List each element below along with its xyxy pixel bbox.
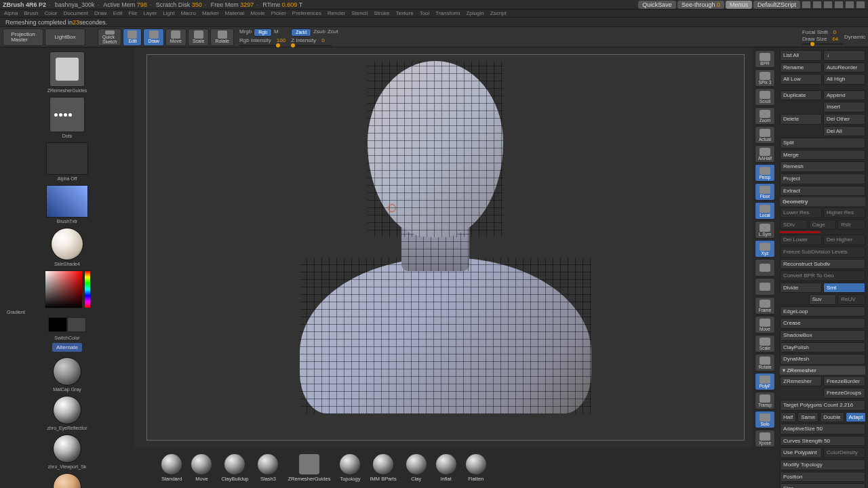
menus-button[interactable]: Menus (726, 1, 752, 9)
rstrip-zoom[interactable]: Zoom (755, 107, 775, 125)
menu-color[interactable]: Color (44, 10, 57, 16)
all-low[interactable]: All Low (780, 74, 822, 85)
duplicate[interactable]: Duplicate (780, 90, 822, 101)
mat-viewport[interactable] (53, 434, 81, 463)
brush-zremesherguides[interactable]: ZRemesherGuides (288, 454, 330, 482)
menu-preferences[interactable]: Preferences (292, 10, 321, 16)
rstrip-transp[interactable]: Transp (755, 392, 775, 409)
menu-brush[interactable]: Brush (24, 10, 38, 16)
zremesher-header[interactable]: ▾ ZRemesher (780, 366, 865, 375)
move-button[interactable]: Move (165, 28, 186, 46)
same[interactable]: Same (797, 412, 818, 423)
canvas-area[interactable]: Standard Move ClayBuildup Slash3 ZRemesh… (134, 47, 753, 488)
rgb-intensity-slider[interactable] (239, 45, 280, 46)
reconstruct-subdiv[interactable]: Reconstruct Subdiv (780, 259, 865, 270)
z-intensity-slider[interactable] (291, 45, 332, 46)
merge[interactable]: Merge (780, 150, 865, 161)
menu-stroke[interactable]: Stroke (374, 10, 389, 16)
rstrip-rotate[interactable]: Rotate (755, 354, 775, 371)
append[interactable]: Append (823, 90, 865, 101)
color-main[interactable] (48, 317, 67, 332)
rename[interactable]: Rename (780, 62, 822, 73)
brush-claybuildup[interactable]: ClayBuildup (221, 454, 248, 482)
rotate-button[interactable]: Rotate (210, 28, 234, 46)
geometry-header[interactable]: Geometry (780, 197, 865, 206)
modify-topology[interactable]: Modify Topology (780, 460, 865, 470)
home-icon[interactable] (812, 1, 822, 9)
menu-transform[interactable]: Transform (435, 10, 460, 16)
seethrough-toggle[interactable]: See-through 0 (677, 1, 724, 9)
claypolish[interactable]: ClayPolish (780, 342, 865, 353)
brush-standard[interactable]: Standard (161, 454, 182, 482)
stroke-thumbnail[interactable] (50, 97, 85, 132)
size[interactable]: Size (780, 483, 865, 488)
list-all[interactable]: List All (780, 50, 822, 61)
zscript-button[interactable]: DefaultZScript (753, 1, 800, 9)
lock-icon[interactable] (823, 1, 833, 9)
brush-slash3[interactable]: Slash3 (258, 454, 278, 482)
rstrip-solo[interactable]: Solo (755, 411, 775, 428)
remesh[interactable]: Remesh (780, 161, 865, 172)
edit-button[interactable]: Edit (123, 28, 142, 46)
close-icon[interactable] (856, 1, 865, 9)
target-poly-label[interactable]: Target Polygons Count 2.216 (780, 400, 865, 411)
menu-render[interactable]: Render (328, 10, 345, 16)
menu-movie[interactable]: Movie (250, 10, 264, 16)
rstrip-l.sym[interactable]: L.Sym (755, 221, 775, 239)
menu-zscript[interactable]: Zscript (490, 10, 507, 16)
zsub-toggle[interactable]: Zsub (313, 28, 326, 37)
autoreorder[interactable]: AutoReorder (823, 62, 865, 73)
menu-picker[interactable]: Picker (271, 10, 286, 16)
rstrip-polyf[interactable]: PolyF (755, 373, 775, 390)
zadd-toggle[interactable]: Zadd (291, 28, 311, 37)
divide[interactable]: Divide (780, 283, 822, 293)
del-all[interactable]: Del All (823, 126, 865, 137)
adapt[interactable]: Adapt (846, 412, 867, 423)
rgb-toggle[interactable]: Rgb (254, 28, 272, 37)
mat-eye[interactable] (53, 396, 81, 424)
smt-toggle[interactable]: Smt (823, 283, 865, 293)
rstrip-local[interactable]: Local (755, 202, 775, 220)
crease[interactable]: Crease (780, 318, 865, 329)
menu-file[interactable]: File (128, 10, 137, 16)
layout-icon[interactable] (802, 1, 811, 9)
suv-toggle[interactable]: Suv (809, 294, 837, 305)
color-secondary[interactable] (67, 317, 86, 332)
arrow-down-icon[interactable]: ↓ (823, 50, 865, 61)
dynamic-toggle[interactable]: Dynamic (844, 34, 865, 40)
menu-texture[interactable]: Texture (395, 10, 413, 16)
rstrip-actual[interactable]: Actual (755, 126, 775, 144)
menu-marker[interactable]: Marker (202, 10, 219, 16)
menu-tool[interactable]: Tool (420, 10, 430, 16)
menu-macro[interactable]: Macro (181, 10, 196, 16)
freezeborder[interactable]: FreezeBorder (823, 376, 865, 387)
zcut-toggle[interactable]: Zcut (328, 28, 338, 37)
shadowbox[interactable]: ShadowBox (780, 330, 865, 341)
double[interactable]: Double (820, 412, 844, 423)
tool-thumbnail[interactable] (50, 52, 85, 87)
mrgb-toggle[interactable]: Mrgb (239, 28, 252, 37)
draw-size-slider[interactable] (802, 43, 843, 45)
extract[interactable]: Extract (780, 186, 865, 197)
brush-move[interactable]: Move (191, 454, 212, 482)
minimize-icon[interactable] (834, 1, 844, 9)
dynamesh[interactable]: DynaMesh (780, 354, 865, 365)
menu-layer[interactable]: Layer (143, 10, 157, 16)
rstrip-aahalf[interactable]: AAHalf (755, 145, 775, 163)
half[interactable]: Half (780, 412, 796, 423)
projection-master-button[interactable]: Projection Master (3, 28, 43, 46)
rstrip-scale[interactable]: Scale (755, 335, 775, 352)
quick-sketch-button[interactable]: Quick Sketch (98, 28, 121, 46)
edgeloop[interactable]: EdgeLoop (780, 306, 865, 317)
mat-skin[interactable] (53, 473, 81, 488)
rstrip-btn11[interactable] (755, 259, 775, 277)
rstrip-move[interactable]: Move (755, 316, 775, 333)
rstrip-frame[interactable]: Frame (755, 297, 775, 314)
brush-immbparts[interactable]: IMM BParts (370, 454, 396, 482)
delete[interactable]: Delete (780, 114, 822, 125)
rstrip-btn12[interactable] (755, 278, 775, 296)
quicksave-button[interactable]: QuickSave (638, 1, 676, 9)
color-picker[interactable] (45, 270, 83, 308)
split[interactable]: Split (780, 138, 865, 148)
rstrip-persp[interactable]: Persp (755, 164, 775, 182)
